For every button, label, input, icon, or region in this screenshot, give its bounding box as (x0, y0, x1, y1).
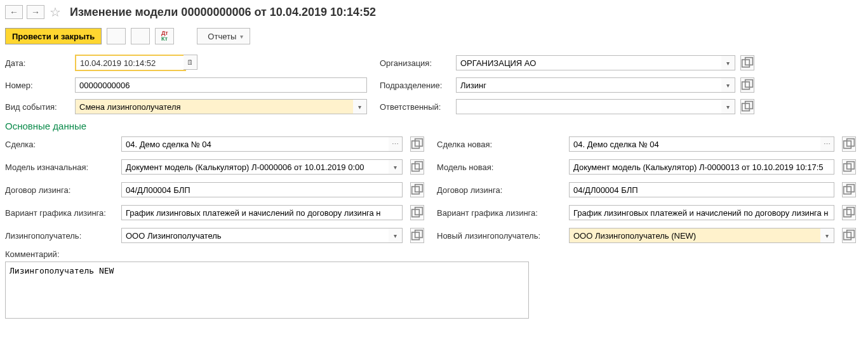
date-value: 10.04.2019 10:14:52 (80, 58, 156, 68)
org-open-button[interactable] (740, 55, 754, 70)
lease-contract-new-field[interactable] (569, 182, 834, 197)
ellipsis-icon (824, 140, 831, 149)
lease-contract-new-open-button[interactable] (842, 182, 856, 197)
lessee-dropdown-button[interactable] (389, 228, 403, 243)
resp-open-button[interactable] (740, 99, 754, 114)
deal-new-field[interactable] (569, 136, 823, 152)
dept-open-button[interactable] (740, 77, 754, 93)
lessee-field[interactable] (121, 228, 391, 243)
reports-label: Отчеты (208, 32, 236, 41)
chevron-down-icon (358, 103, 361, 110)
chevron-down-icon (726, 81, 730, 89)
lessee-label: Лизингополучатель: (5, 231, 116, 241)
date-label: Дата: (5, 58, 69, 68)
model-orig-open-button[interactable] (410, 159, 424, 175)
model-orig-dropdown-button[interactable] (389, 159, 403, 175)
open-link-icon (843, 206, 855, 219)
lease-contract-new-label: Договор лизинга: (437, 185, 564, 195)
chevron-down-icon (726, 103, 730, 110)
schedule-label: Вариант графика лизинга: (5, 208, 116, 218)
resp-field[interactable] (456, 99, 724, 114)
deal-ellipsis-button[interactable] (389, 136, 403, 152)
chevron-down-icon (825, 232, 829, 239)
model-new-open-button[interactable] (842, 159, 856, 175)
schedule-field[interactable] (121, 205, 403, 220)
page-title: Изменение модели 00000000006 от 10.04.20… (70, 6, 376, 19)
model-new-label: Модель новая: (437, 162, 564, 172)
chevron-down-icon (394, 232, 397, 239)
open-link-icon (843, 183, 855, 196)
open-link-icon (411, 229, 424, 242)
deal-new-open-button[interactable] (842, 136, 856, 152)
dt-kt-icon: ДтКт (161, 30, 168, 42)
schedule-open-button[interactable] (410, 205, 424, 220)
ellipsis-icon (392, 140, 399, 149)
deal-label: Сделка: (5, 140, 116, 149)
org-dropdown-button[interactable] (721, 55, 735, 70)
event-type-field[interactable] (75, 99, 356, 114)
lease-contract-label: Договор лизинга: (5, 185, 116, 195)
new-lessee-dropdown-button[interactable] (820, 228, 834, 243)
new-lessee-label: Новый лизингополучатель: (437, 231, 564, 241)
chevron-down-icon (394, 163, 397, 171)
schedule-new-field[interactable] (569, 205, 834, 220)
nav-back-button[interactable]: ← (5, 5, 23, 19)
number-field[interactable] (75, 77, 367, 93)
org-field[interactable] (456, 55, 724, 70)
event-type-dropdown-button[interactable] (353, 99, 367, 114)
deal-new-label: Сделка новая: (437, 140, 564, 149)
schedule-new-label: Вариант графика лизинга: (437, 208, 564, 218)
arrow-left-icon: ← (10, 7, 18, 17)
number-label: Номер: (5, 81, 69, 90)
open-link-icon (741, 56, 754, 69)
dept-field[interactable] (456, 77, 724, 93)
deal-open-button[interactable] (410, 136, 424, 152)
post-button[interactable] (131, 28, 150, 44)
open-link-icon (843, 229, 855, 242)
post-and-close-button[interactable]: Провести и закрыть (5, 28, 102, 44)
deal-field[interactable] (121, 136, 391, 152)
resp-label: Ответственный: (380, 102, 450, 112)
dept-label: Подразделение: (380, 81, 450, 90)
open-link-icon (411, 206, 424, 219)
open-link-icon (411, 138, 424, 150)
open-link-icon (411, 183, 424, 196)
section-title: Основные данные (5, 121, 863, 131)
new-lessee-open-button[interactable] (842, 228, 856, 243)
chevron-down-icon: ▾ (240, 33, 243, 40)
nav-forward-button[interactable]: → (27, 5, 44, 19)
model-orig-field[interactable] (121, 159, 391, 175)
open-link-icon (741, 79, 754, 91)
deal-new-ellipsis-button[interactable] (820, 136, 834, 152)
dept-dropdown-button[interactable] (721, 77, 735, 93)
resp-dropdown-button[interactable] (721, 99, 735, 114)
open-link-icon (741, 100, 754, 113)
schedule-new-open-button[interactable] (842, 205, 856, 220)
favorite-star-icon[interactable]: ☆ (48, 5, 62, 19)
save-button[interactable] (107, 28, 126, 44)
comment-label: Комментарий: (5, 249, 863, 259)
debit-credit-button[interactable]: ДтКт (155, 28, 174, 44)
calendar-icon (187, 58, 194, 66)
date-field[interactable]: 10.04.2019 10:14:52 (75, 55, 186, 71)
model-orig-label: Модель изначальная: (5, 162, 116, 172)
new-lessee-field[interactable] (569, 228, 823, 243)
lease-contract-open-button[interactable] (410, 182, 424, 197)
arrow-right-icon: → (31, 7, 40, 17)
org-label: Организация: (380, 58, 450, 68)
model-new-field[interactable] (569, 159, 834, 175)
comment-field[interactable] (5, 262, 529, 319)
lease-contract-field[interactable] (121, 182, 403, 197)
open-link-icon (843, 161, 855, 173)
lessee-open-button[interactable] (410, 228, 424, 243)
chevron-down-icon (726, 59, 730, 67)
reports-button[interactable]: Отчеты ▾ (197, 28, 250, 44)
open-link-icon (843, 138, 855, 150)
event-type-label: Вид события: (5, 102, 69, 112)
open-link-icon (411, 161, 424, 173)
calendar-button[interactable] (184, 55, 197, 70)
